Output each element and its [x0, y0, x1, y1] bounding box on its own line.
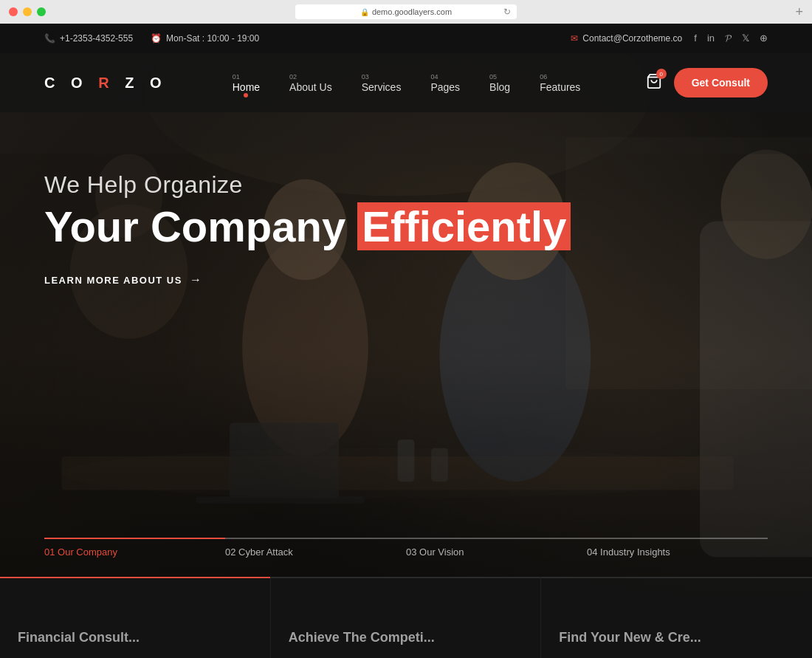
lock-icon: 🔒 — [360, 8, 369, 16]
site-wrapper: C O R Z O 01 Home 02 About Us 03 Service… — [0, 53, 812, 658]
nav-num-home: 01 — [233, 73, 240, 80]
tab-line-0 — [44, 538, 225, 539]
nav-num-blog: 05 — [489, 73, 497, 80]
hero-content: We Help Organize Your Company Efficientl… — [0, 112, 812, 287]
bottom-tab-3[interactable]: 04 Industry Insights — [587, 526, 768, 569]
nav-label-blog: Blog — [489, 81, 510, 93]
bottom-card-0[interactable]: Financial Consult... — [0, 577, 271, 658]
nav-item-services[interactable]: 03 Services — [350, 67, 413, 99]
nav-right: 0 Get Consult — [646, 68, 768, 97]
window-chrome: 🔒 demo.goodlayers.com ↻ + — [0, 0, 812, 24]
reload-icon[interactable]: ↻ — [503, 7, 511, 17]
nav-num-about: 02 — [289, 73, 297, 80]
nav-label-about: About Us — [289, 81, 332, 93]
nav-item-pages[interactable]: 04 Pages — [419, 67, 472, 99]
card-line-1 — [271, 577, 541, 578]
nav-item-home[interactable]: 01 Home — [221, 67, 272, 99]
tab-line-2 — [406, 538, 587, 539]
email-item: ✉ Contact@Corzotheme.co — [571, 33, 682, 44]
clock-icon: ⏰ — [151, 33, 162, 44]
card-line-0 — [0, 577, 270, 578]
bottom-tab-1[interactable]: 02 Cyber Attack — [225, 526, 406, 569]
instagram-icon[interactable]: ⊕ — [760, 32, 768, 44]
traffic-lights — [9, 7, 46, 16]
bottom-card-1[interactable]: Achieve The Competi... — [271, 577, 542, 658]
nav-label-services: Services — [362, 81, 402, 93]
learn-more-text: Learn More About Us — [44, 275, 182, 286]
nav-item-features[interactable]: 06 Features — [528, 67, 592, 99]
bottom-tab-2[interactable]: 03 Our Vision — [406, 526, 587, 569]
cart-badge: 0 — [656, 69, 667, 79]
business-hours: Mon-Sat : 10:00 - 19:00 — [166, 33, 259, 44]
close-button[interactable] — [9, 7, 18, 16]
phone-item: 📞 +1-2353-4352-555 — [44, 33, 133, 44]
card-title-1: Achieve The Competi... — [289, 629, 523, 646]
nav-num-features: 06 — [540, 73, 547, 80]
minimize-button[interactable] — [23, 7, 32, 16]
pinterest-icon[interactable]: 𝓟 — [725, 32, 732, 44]
phone-number: +1-2353-4352-555 — [60, 33, 133, 44]
email-icon: ✉ — [571, 33, 578, 44]
bottom-card-2[interactable]: Find Your New & Cre... — [541, 577, 812, 658]
logo[interactable]: C O R Z O — [44, 75, 167, 92]
nav-item-blog[interactable]: 05 Blog — [478, 67, 522, 99]
card-title-2: Find Your New & Cre... — [559, 629, 794, 646]
nav-label-home: Home — [233, 81, 260, 93]
facebook-icon[interactable]: f — [694, 32, 697, 44]
top-bar-left: 📞 +1-2353-4352-555 ⏰ Mon-Sat : 10:00 - 1… — [44, 33, 259, 44]
hero-title: Your Company Efficiently — [44, 205, 768, 250]
twitter-icon[interactable]: 𝕏 — [742, 32, 749, 44]
top-bar: 📞 +1-2353-4352-555 ⏰ Mon-Sat : 10:00 - 1… — [0, 24, 812, 53]
hours-item: ⏰ Mon-Sat : 10:00 - 19:00 — [151, 33, 259, 44]
tab-line-3 — [587, 538, 768, 539]
arrow-right-icon: → — [190, 273, 203, 287]
social-icons: f in 𝓟 𝕏 ⊕ — [694, 32, 768, 44]
tab-label-2: 03 Our Vision — [406, 546, 587, 558]
navbar: C O R Z O 01 Home 02 About Us 03 Service… — [0, 53, 812, 112]
top-bar-right: ✉ Contact@Corzotheme.co f in 𝓟 𝕏 ⊕ — [571, 32, 768, 44]
address-bar[interactable]: 🔒 demo.goodlayers.com ↻ — [295, 4, 517, 19]
hero-title-part1: Your Company — [44, 202, 345, 250]
card-line-2 — [541, 577, 812, 578]
nav-label-features: Features — [540, 81, 580, 93]
email-address: Contact@Corzotheme.co — [582, 33, 682, 44]
bottom-tabs: 01 Our Company 02 Cyber Attack 03 Our Vi… — [0, 526, 812, 569]
tab-label-1: 02 Cyber Attack — [225, 546, 406, 558]
hero-subtitle: We Help Organize — [44, 171, 768, 199]
nav-item-about[interactable]: 02 About Us — [278, 67, 344, 99]
tab-label-0: 01 Our Company — [44, 546, 225, 558]
phone-icon: 📞 — [44, 33, 55, 44]
card-title-0: Financial Consult... — [18, 629, 252, 646]
nav-links: 01 Home 02 About Us 03 Services 04 Pages… — [221, 67, 593, 99]
cart-button[interactable]: 0 — [646, 73, 662, 92]
nav-num-services: 03 — [362, 73, 369, 80]
get-consult-button[interactable]: Get Consult — [674, 68, 768, 97]
tab-label-3: 04 Industry Insights — [587, 546, 768, 558]
url-text: demo.goodlayers.com — [372, 7, 452, 16]
logo-r: R — [98, 75, 114, 91]
new-tab-button[interactable]: + — [795, 4, 803, 20]
bottom-tab-0[interactable]: 01 Our Company — [44, 526, 225, 569]
tab-line-1 — [225, 538, 406, 539]
linkedin-icon[interactable]: in — [707, 32, 715, 44]
hero-title-part2: Efficiently — [357, 202, 571, 250]
maximize-button[interactable] — [37, 7, 46, 16]
bottom-cards: Financial Consult... Achieve The Competi… — [0, 577, 812, 658]
learn-more-link[interactable]: Learn More About Us → — [44, 273, 202, 287]
nav-num-pages: 04 — [430, 73, 438, 80]
nav-label-pages: Pages — [430, 81, 460, 93]
